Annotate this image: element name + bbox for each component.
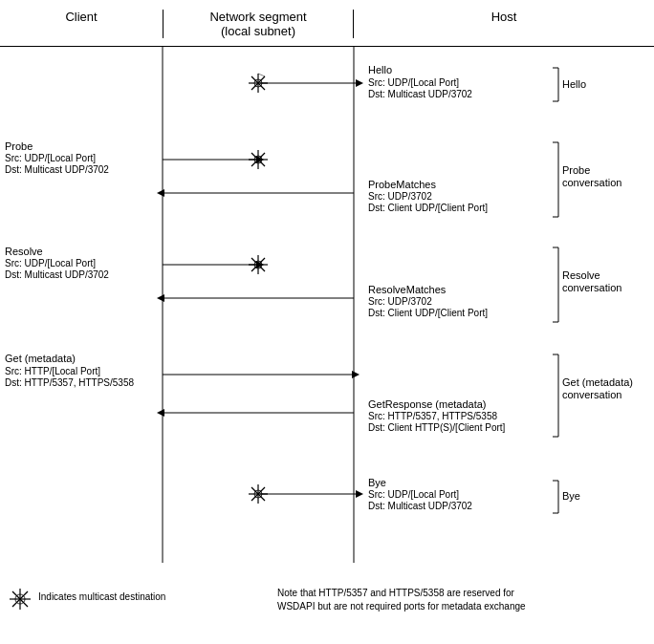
svg-marker-38: [352, 371, 360, 378]
bye-label: Bye: [368, 477, 386, 488]
footer-note: Note that HTTP/5357 and HTTPS/5358 are r…: [277, 587, 644, 613]
resolve-label: Resolve: [5, 246, 43, 257]
probematches-label: ProbeMatches: [368, 179, 436, 190]
resolvematches-src: Src: UDP/3702: [368, 296, 432, 307]
legend-text: Indicates multicast destination: [38, 590, 165, 604]
bye-dst: Dst: Multicast UDP/3702: [368, 501, 472, 511]
getresponse-label: GetResponse (metadata): [368, 398, 487, 410]
diagram-container: Client Network segment(local subnet) Hos…: [0, 0, 654, 628]
hello-src: Src: UDP/[Local Port]: [368, 77, 459, 88]
host-header: Host: [354, 10, 654, 38]
hello-bracket-label: Hello: [562, 78, 586, 90]
svg-marker-40: [157, 409, 164, 417]
resolve-bracket-label: Resolve: [562, 269, 600, 281]
footer: Indicates multicast destination Note tha…: [0, 577, 654, 618]
probe-label: Probe: [5, 140, 33, 152]
probematches-src: Src: UDP/3702: [368, 191, 432, 202]
get-dst: Dst: HTTP/5357, HTTPS/5358: [5, 377, 134, 388]
svg-marker-3: [356, 79, 363, 87]
bye-src: Src: UDP/[Local Port]: [368, 489, 459, 500]
get-bracket-label: Get (metadata): [562, 376, 633, 388]
probe-bracket-label: Probe: [562, 164, 590, 176]
probematches-dst: Dst: Client UDP/[Client Port]: [368, 203, 488, 213]
footer-legend: Indicates multicast destination: [10, 587, 277, 613]
resolvematches-dst: Dst: Client UDP/[Client Port]: [368, 308, 488, 318]
svg-line-8: [258, 74, 265, 76]
resolve-dst: Dst: Multicast UDP/3702: [5, 269, 109, 280]
probe-dst: Dst: Multicast UDP/3702: [5, 164, 109, 175]
bye-bracket-label: Bye: [562, 490, 580, 502]
header-row: Client Network segment(local subnet) Hos…: [0, 10, 654, 47]
getresponse-dst: Dst: Client HTTP(S)/[Client Port]: [368, 422, 506, 433]
bye-starburst: [249, 484, 268, 504]
svg-marker-33: [157, 294, 164, 302]
probe-starburst: [249, 150, 268, 169]
svg-marker-45: [356, 490, 363, 498]
sequence-diagram: Hello Src: UDP/[Local Port] Dst: Multica…: [0, 47, 654, 577]
hello-dst: Dst: Multicast UDP/3702: [368, 89, 472, 99]
hello-starburst: [249, 74, 268, 93]
network-header: Network segment(local subnet): [163, 10, 354, 38]
getresponse-src: Src: HTTP/5357, HTTPS/5358: [368, 411, 497, 421]
resolvematches-label: ResolveMatches: [368, 284, 447, 295]
multicast-icon: [10, 589, 31, 610]
client-header: Client: [0, 10, 163, 38]
svg-marker-21: [157, 189, 164, 197]
get-bracket-label2: conversation: [562, 389, 621, 400]
probe-bracket-label2: conversation: [562, 177, 621, 188]
resolve-src: Src: UDP/[Local Port]: [5, 258, 96, 268]
get-src: Src: HTTP/[Local Port]: [5, 366, 100, 376]
probe-src: Src: UDP/[Local Port]: [5, 153, 96, 163]
resolve-bracket-label2: conversation: [562, 282, 621, 293]
resolve-starburst: [249, 255, 268, 274]
hello-label: Hello: [368, 64, 392, 75]
get-label: Get (metadata): [5, 353, 76, 364]
footer-note-text: Note that HTTP/5357 and HTTPS/5358 are r…: [277, 588, 526, 612]
